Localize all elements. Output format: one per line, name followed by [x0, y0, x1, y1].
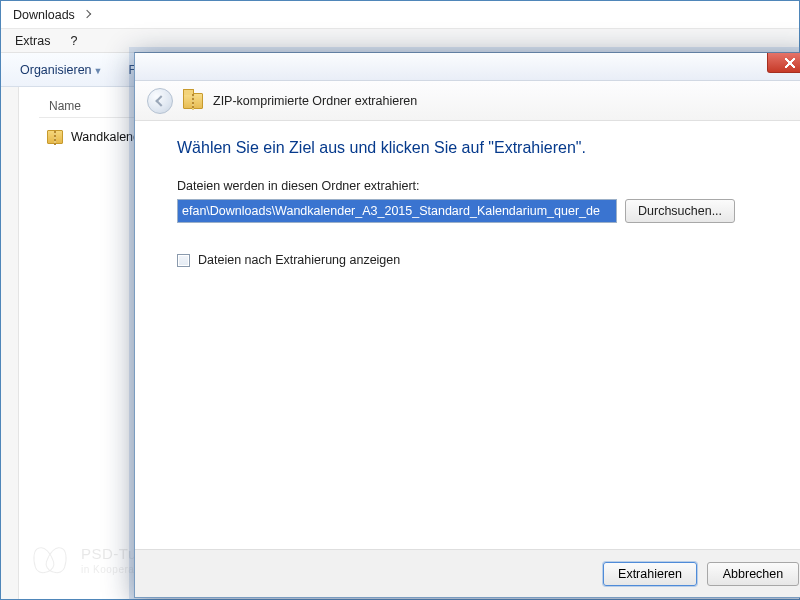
menu-help[interactable]: ?: [66, 32, 81, 50]
dialog-heading: Wählen Sie ein Ziel aus und klicken Sie …: [177, 139, 781, 157]
extract-button[interactable]: Extrahieren: [603, 562, 697, 586]
explorer-nav-pane[interactable]: [1, 87, 19, 599]
dialog-titlebar[interactable]: [135, 53, 800, 81]
toolbar-organize[interactable]: Organisieren▼: [11, 59, 112, 81]
dialog-footer: Extrahieren Abbrechen: [135, 549, 800, 597]
butterfly-icon: [31, 541, 69, 575]
zip-file-icon: [47, 130, 63, 144]
cancel-button[interactable]: Abbrechen: [707, 562, 799, 586]
show-files-checkbox-row[interactable]: Dateien nach Extrahierung anzeigen: [177, 253, 781, 267]
dialog-header-title: ZIP-komprimierte Ordner extrahieren: [213, 94, 417, 108]
menu-extras[interactable]: Extras: [11, 32, 54, 50]
extract-dialog: ZIP-komprimierte Ordner extrahieren Wähl…: [134, 52, 800, 598]
dialog-header: ZIP-komprimierte Ordner extrahieren: [135, 81, 800, 121]
browse-button[interactable]: Durchsuchen...: [625, 199, 735, 223]
chevron-right-icon: [81, 9, 93, 21]
checkbox-icon[interactable]: [177, 254, 190, 267]
breadcrumb-item[interactable]: Downloads: [7, 6, 81, 24]
destination-path-input[interactable]: efan\Downloads\Wandkalender_A3_2015_Stan…: [177, 199, 617, 223]
back-button[interactable]: [147, 88, 173, 114]
zip-folder-icon: [183, 93, 203, 109]
menu-bar: Extras ?: [1, 29, 799, 53]
chevron-down-icon: ▼: [94, 66, 103, 76]
address-bar[interactable]: Downloads: [1, 1, 799, 29]
checkbox-label: Dateien nach Extrahierung anzeigen: [198, 253, 400, 267]
destination-label: Dateien werden in diesen Ordner extrahie…: [177, 179, 781, 193]
close-button[interactable]: [767, 53, 800, 73]
